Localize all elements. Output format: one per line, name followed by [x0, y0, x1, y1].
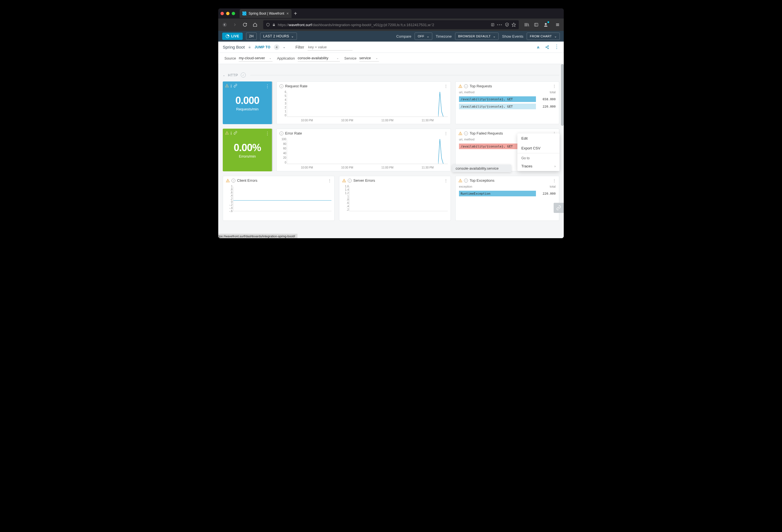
y-axis: 1.8.6.4.20-.2-.4-.6	[225, 185, 233, 211]
svg-point-20	[546, 47, 547, 48]
url-bar[interactable]: https://wavefront.surf/dashboards/integr…	[263, 20, 519, 29]
dashboard-toolbar: LIVE 2H LAST 2 HOURS ⌄ Compare OFF⌄ Time…	[218, 31, 564, 42]
collapse-icon[interactable]	[536, 45, 540, 49]
warning-icon	[458, 179, 462, 183]
chevron-down-icon: ⌄	[291, 34, 294, 38]
service-dropdown[interactable]: service ⌄	[359, 55, 379, 62]
info-icon: i	[280, 84, 283, 88]
errors-value: 0.00%	[234, 142, 261, 154]
svg-rect-1	[273, 25, 275, 26]
y-axis: 1.61.41.21.8.6.4.2	[341, 185, 349, 211]
requests-per-min-card: i ⋮ 0.000 Requests/min	[223, 81, 272, 124]
close-window-button[interactable]	[220, 12, 224, 15]
card-menu-icon[interactable]: ⋮	[265, 84, 270, 89]
reload-button[interactable]	[241, 21, 249, 29]
menu-edit[interactable]: Edit	[518, 134, 560, 143]
chevron-down-icon: ⌄	[427, 35, 429, 38]
minimize-window-button[interactable]	[226, 12, 229, 15]
svg-rect-11	[535, 23, 538, 26]
time-range-dropdown[interactable]: LAST 2 HOURS ⌄	[260, 33, 297, 40]
timezone-label: Timezone	[436, 34, 452, 38]
account-icon[interactable]	[542, 21, 550, 29]
filter-input[interactable]	[308, 44, 353, 50]
card-menu-icon[interactable]: ⋮	[265, 131, 270, 136]
sidebar-icon[interactable]	[532, 21, 540, 29]
chevron-down-icon: ⌄	[336, 57, 339, 60]
events-dropdown[interactable]: FROM CHART⌄	[527, 33, 560, 40]
home-button[interactable]	[251, 21, 259, 29]
card-menu-icon[interactable]: ⋮	[444, 84, 448, 88]
wavefront-favicon	[242, 11, 246, 15]
jump-to-count: 4	[274, 44, 280, 50]
svg-point-35	[344, 181, 344, 181]
app-content: LIVE 2H LAST 2 HOURS ⌄ Compare OFF⌄ Time…	[218, 31, 564, 238]
tab-close-button[interactable]: ×	[286, 11, 289, 16]
card-menu-icon[interactable]: ⋮	[553, 84, 556, 88]
jump-to-link[interactable]: JUMP TO	[254, 45, 270, 49]
permalink-button[interactable]	[554, 203, 564, 213]
chevron-down-icon[interactable]: ⌄	[283, 45, 285, 49]
time-short-button[interactable]: 2H	[246, 33, 257, 40]
card-menu-icon[interactable]: ⋮	[444, 131, 448, 135]
card-menu-icon[interactable]: ⋮	[444, 178, 448, 183]
lock-icon	[272, 23, 276, 26]
forward-button[interactable]	[230, 21, 239, 29]
scrollbar[interactable]	[561, 64, 564, 126]
menu-traces[interactable]: Traces ›	[518, 161, 560, 171]
card-menu-icon[interactable]: ⋮	[553, 178, 556, 183]
info-icon: i	[230, 84, 232, 89]
share-icon[interactable]	[545, 45, 549, 49]
hamburger-menu-icon[interactable]	[554, 21, 562, 29]
requests-value: 0.000	[236, 95, 259, 106]
info-icon: i	[464, 179, 468, 183]
plot-area[interactable]	[287, 139, 448, 164]
card-menu-icon[interactable]: ⋮	[328, 178, 331, 183]
info-icon: i	[464, 132, 468, 135]
browser-tab[interactable]: Spring Boot | Wavefront ×	[240, 9, 291, 18]
browser-nav-bar: https://wavefront.surf/dashboards/integr…	[218, 19, 564, 31]
url-more-icon[interactable]: •••	[497, 23, 502, 27]
tab-title: Spring Boot | Wavefront	[249, 11, 284, 15]
compare-dropdown[interactable]: OFF⌄	[415, 33, 432, 40]
window-controls	[220, 12, 235, 15]
x-axis: 10:00 PM10:30 PM11:00 PM11:30 PM	[287, 166, 448, 169]
application-dropdown[interactable]: console-availability ⌄	[298, 55, 340, 62]
svg-point-19	[548, 45, 549, 47]
plot-area[interactable]	[233, 186, 331, 211]
context-menu: Edit Export CSV Go to Traces ›	[518, 134, 560, 171]
new-tab-button[interactable]: +	[294, 10, 297, 17]
url-text: https://wavefront.surf/dashboards/integr…	[278, 23, 489, 27]
plot-area[interactable]	[349, 186, 448, 211]
tracking-shield-icon[interactable]	[505, 23, 509, 27]
application-label: Application	[277, 56, 295, 60]
dashboard-content: ⌄ HTTP ✓ i	[218, 64, 564, 238]
source-dropdown[interactable]: my-cloud-server ⌄	[239, 55, 273, 62]
library-icon[interactable]	[523, 21, 531, 29]
more-menu-icon[interactable]: ⋮	[554, 45, 559, 49]
list-item[interactable]: /availability/{console}, GET 658.000	[456, 96, 559, 103]
data-line	[438, 139, 446, 164]
server-errors-chart: i Server Errors ⋮ 1.61.41.21.8.6.4.2	[339, 176, 451, 221]
link-icon[interactable]	[234, 131, 237, 136]
warning-icon	[458, 132, 462, 135]
bookmark-star-icon[interactable]	[511, 23, 516, 27]
warning-icon	[342, 179, 346, 183]
svg-line-22	[546, 46, 548, 47]
back-button[interactable]	[220, 21, 229, 29]
y-axis: 100806040200	[278, 138, 286, 164]
browser-tab-bar: Spring Boot | Wavefront × +	[218, 8, 564, 19]
link-icon[interactable]	[234, 84, 237, 89]
plot-area[interactable]	[287, 92, 448, 117]
maximize-window-button[interactable]	[232, 12, 235, 15]
menu-export-csv[interactable]: Export CSV	[518, 143, 560, 153]
list-item[interactable]: /availability/{console}, GET 220.000	[456, 103, 559, 110]
reader-mode-icon[interactable]	[491, 23, 495, 27]
section-http-header[interactable]: ⌄ HTTP ✓	[223, 72, 559, 77]
svg-point-21	[548, 48, 549, 49]
timezone-dropdown[interactable]: BROWSER DEFAULT⌄	[455, 33, 499, 40]
list-item[interactable]: RuntimeException 220.000	[456, 190, 559, 197]
data-line	[438, 92, 446, 116]
requests-unit: Requests/min	[236, 107, 258, 111]
live-button[interactable]: LIVE	[222, 33, 243, 40]
svg-rect-18	[249, 47, 251, 48]
